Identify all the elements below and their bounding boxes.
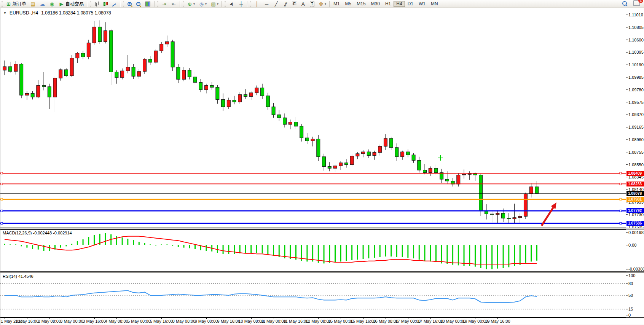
candlestick	[31, 93, 34, 97]
candlestick	[87, 43, 90, 57]
vertical-line-button[interactable]: │	[252, 0, 262, 7]
line-handle[interactable]	[1, 222, 3, 224]
macd-histogram-bar	[469, 245, 470, 266]
time-axis[interactable]: 1 May 20231 May 16:002 May 08:003 May 00…	[0, 317, 644, 325]
price-pane[interactable]	[0, 9, 644, 228]
macd-histogram-bar	[250, 245, 252, 253]
metaeditor-button[interactable]: ▤	[28, 0, 38, 7]
candlestick	[249, 93, 253, 97]
timeframe-m15-button[interactable]: M15	[354, 1, 368, 7]
line-handle[interactable]	[620, 210, 622, 212]
search-button[interactable]	[622, 1, 627, 7]
candlestick	[8, 67, 12, 72]
text-label-button[interactable]: T	[308, 0, 316, 7]
timeframe-w1-button[interactable]: W1	[416, 1, 428, 7]
zoom-sign: −	[137, 1, 140, 6]
candlestick	[182, 70, 186, 80]
signals-button[interactable]: ◉	[47, 0, 57, 7]
horizontal-line-button[interactable]: ─	[262, 0, 271, 7]
timeframe-m1-button[interactable]: M1	[331, 1, 343, 7]
timeframe-h1-button[interactable]: H1	[383, 1, 394, 7]
text-button[interactable]: A	[298, 0, 308, 7]
zoom-out-icon: −	[136, 2, 140, 6]
chat-button[interactable]: 1	[633, 0, 640, 7]
macd-pane[interactable]	[0, 229, 644, 271]
candlestick	[104, 31, 107, 42]
timeframe-m30-button[interactable]: M30	[368, 1, 383, 7]
cursor-button[interactable]: ➤	[227, 0, 236, 7]
line-handle[interactable]	[620, 222, 622, 224]
candlestick	[513, 218, 516, 219]
candlestick	[462, 174, 466, 175]
community-button[interactable]: ☁	[38, 0, 47, 7]
line-handle[interactable]	[1, 172, 3, 174]
candlestick	[76, 53, 79, 58]
new-order-icon: ⊞	[6, 1, 11, 7]
crosshair-button[interactable]: ┼	[236, 0, 246, 7]
auto-scroll-button[interactable]: ⇥	[159, 0, 169, 7]
macd-histogram-bar	[452, 245, 453, 265]
line-handle[interactable]	[1, 183, 3, 185]
candlestick	[227, 100, 230, 107]
macd-histogram-bar	[65, 245, 67, 246]
toolbar-right: 1	[622, 0, 640, 8]
pane-splitter[interactable]	[0, 228, 644, 229]
macd-histogram-bar	[155, 245, 156, 245]
macd-histogram-bar	[391, 245, 392, 256]
rsi-pane[interactable]	[0, 273, 644, 317]
macd-histogram-bar	[491, 245, 493, 269]
candlestick	[457, 175, 460, 184]
indicators-icon: ⊕	[187, 1, 193, 7]
indicators-button[interactable]: ⊕▾	[185, 0, 197, 7]
new-order-button[interactable]: ⊞新订单	[4, 0, 28, 7]
candlestick	[401, 152, 404, 157]
trendline-button[interactable]: ╱	[271, 0, 281, 7]
macd-histogram-bar	[60, 245, 61, 248]
toolbar-grip	[90, 2, 91, 6]
candlestick	[429, 168, 432, 172]
macd-histogram-bar	[536, 245, 537, 261]
arrows-icon: ✜	[318, 1, 324, 7]
clock-icon: ◷	[199, 1, 204, 7]
zoom-out-button[interactable]: −	[134, 0, 143, 7]
candlestick	[48, 87, 51, 97]
timeframe-h4-button[interactable]: H4	[394, 1, 405, 7]
line-handle[interactable]	[620, 172, 622, 174]
timeframe-m5-button[interactable]: M5	[343, 1, 354, 7]
fibonacci-button[interactable]: F	[290, 0, 298, 7]
macd-histogram-bar	[446, 245, 448, 264]
chart-window: ▼ EURUSD-,H4 1.08186 1.08284 1.08075 1.0…	[0, 8, 644, 325]
line-handle[interactable]	[620, 183, 622, 185]
zoom-in-icon: +	[128, 2, 132, 6]
candlestick	[277, 115, 281, 118]
candlestick	[524, 194, 527, 216]
timeframe-mn-button[interactable]: MN	[428, 1, 441, 7]
macd-histogram-bar	[407, 245, 408, 258]
macd-histogram-bar	[139, 242, 140, 245]
channel-button[interactable]: ∥	[281, 0, 290, 7]
line-handle[interactable]	[620, 198, 622, 200]
zoom-in-button[interactable]: +	[125, 0, 134, 7]
chart-menu-toggle-icon[interactable]: ▼	[3, 11, 6, 15]
autotrading-button[interactable]: ▶自动交易	[57, 0, 86, 7]
candlestick	[283, 118, 287, 124]
candlestick-chart-icon	[103, 2, 108, 6]
candlestick-chart-button[interactable]	[101, 0, 110, 7]
line-handle[interactable]	[1, 210, 3, 212]
chart-shift-button[interactable]: ⇤	[169, 0, 179, 7]
tile-windows-icon	[145, 2, 150, 6]
candlestick	[53, 78, 57, 97]
periods-button[interactable]: ◷▾	[197, 0, 209, 7]
macd-histogram-bar	[217, 245, 218, 253]
line-chart-button[interactable]	[110, 0, 119, 7]
line-handle[interactable]	[1, 198, 3, 200]
templates-button[interactable]: ▧▾	[209, 0, 220, 7]
macd-histogram-bar	[357, 245, 358, 260]
bar-chart-button[interactable]	[92, 0, 101, 7]
tile-windows-button[interactable]	[143, 0, 153, 7]
autotrading-icon: ▶	[59, 1, 64, 7]
timeframe-d1-button[interactable]: D1	[405, 1, 416, 7]
candlestick	[193, 77, 197, 82]
pane-splitter[interactable]	[0, 271, 644, 273]
arrows-button[interactable]: ✜▾	[316, 0, 328, 7]
